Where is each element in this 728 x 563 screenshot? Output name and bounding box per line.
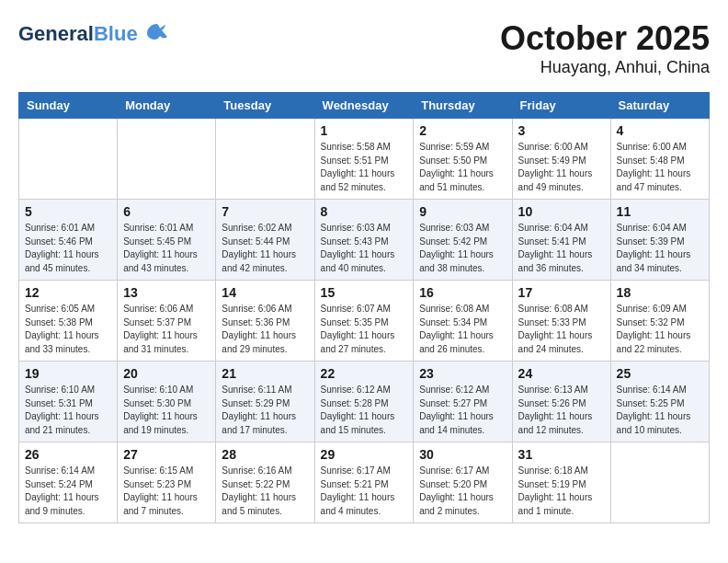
day-number: 25 [617, 366, 703, 381]
calendar-cell: 12Sunrise: 6:05 AM Sunset: 5:38 PM Dayli… [19, 281, 118, 362]
day-number: 21 [222, 366, 308, 381]
weekday-header-saturday: Saturday [610, 93, 709, 119]
month-title: October 2025 [500, 18, 710, 58]
logo: GeneralBlue [18, 18, 169, 50]
weekday-header-tuesday: Tuesday [216, 93, 314, 119]
title-block: October 2025 Huayang, Anhui, China [500, 18, 710, 77]
day-info: Sunrise: 6:16 AM Sunset: 5:22 PM Dayligh… [222, 465, 308, 518]
day-info: Sunrise: 6:08 AM Sunset: 5:34 PM Dayligh… [419, 303, 506, 356]
day-info: Sunrise: 6:03 AM Sunset: 5:42 PM Dayligh… [419, 222, 506, 275]
calendar-cell: 13Sunrise: 6:06 AM Sunset: 5:37 PM Dayli… [118, 281, 216, 362]
day-number: 6 [123, 204, 210, 219]
calendar-cell: 4Sunrise: 6:00 AM Sunset: 5:48 PM Daylig… [610, 119, 709, 200]
weekday-header-sunday: Sunday [19, 93, 118, 119]
calendar-cell [19, 119, 118, 200]
calendar-cell: 18Sunrise: 6:09 AM Sunset: 5:32 PM Dayli… [610, 281, 709, 362]
weekday-header-thursday: Thursday [414, 93, 512, 119]
calendar-cell: 28Sunrise: 6:16 AM Sunset: 5:22 PM Dayli… [216, 442, 314, 523]
day-number: 4 [617, 123, 703, 138]
day-info: Sunrise: 6:14 AM Sunset: 5:24 PM Dayligh… [25, 465, 111, 518]
day-info: Sunrise: 6:13 AM Sunset: 5:26 PM Dayligh… [518, 384, 605, 437]
logo-bird-icon [143, 18, 169, 50]
day-info: Sunrise: 6:07 AM Sunset: 5:35 PM Dayligh… [321, 303, 408, 356]
day-info: Sunrise: 6:09 AM Sunset: 5:32 PM Dayligh… [617, 303, 703, 356]
calendar-cell: 16Sunrise: 6:08 AM Sunset: 5:34 PM Dayli… [414, 281, 512, 362]
day-info: Sunrise: 6:01 AM Sunset: 5:45 PM Dayligh… [123, 222, 210, 275]
calendar-cell: 15Sunrise: 6:07 AM Sunset: 5:35 PM Dayli… [314, 281, 414, 362]
location-title: Huayang, Anhui, China [500, 58, 710, 77]
calendar-cell: 17Sunrise: 6:08 AM Sunset: 5:33 PM Dayli… [512, 281, 610, 362]
calendar-cell: 31Sunrise: 6:18 AM Sunset: 5:19 PM Dayli… [512, 442, 610, 523]
day-number: 22 [321, 366, 408, 381]
day-info: Sunrise: 6:11 AM Sunset: 5:29 PM Dayligh… [222, 384, 308, 437]
calendar-cell: 11Sunrise: 6:04 AM Sunset: 5:39 PM Dayli… [610, 200, 709, 281]
day-info: Sunrise: 6:06 AM Sunset: 5:36 PM Dayligh… [222, 303, 308, 356]
day-info: Sunrise: 6:04 AM Sunset: 5:39 PM Dayligh… [617, 222, 703, 275]
day-number: 3 [518, 123, 605, 138]
calendar-cell: 25Sunrise: 6:14 AM Sunset: 5:25 PM Dayli… [610, 362, 709, 442]
calendar-cell: 29Sunrise: 6:17 AM Sunset: 5:21 PM Dayli… [314, 442, 414, 523]
day-number: 19 [25, 366, 111, 381]
day-info: Sunrise: 6:08 AM Sunset: 5:33 PM Dayligh… [518, 303, 605, 356]
calendar-cell: 5Sunrise: 6:01 AM Sunset: 5:46 PM Daylig… [19, 200, 118, 281]
day-number: 31 [518, 447, 605, 462]
weekday-header-monday: Monday [118, 93, 216, 119]
calendar-table: SundayMondayTuesdayWednesdayThursdayFrid… [18, 92, 710, 523]
logo-blue: Blue [94, 22, 138, 45]
calendar-cell: 24Sunrise: 6:13 AM Sunset: 5:26 PM Dayli… [512, 362, 610, 442]
calendar-week-row: 1Sunrise: 5:58 AM Sunset: 5:51 PM Daylig… [19, 119, 710, 200]
day-info: Sunrise: 6:12 AM Sunset: 5:28 PM Dayligh… [321, 384, 408, 437]
calendar-week-row: 19Sunrise: 6:10 AM Sunset: 5:31 PM Dayli… [19, 362, 710, 442]
day-number: 2 [419, 123, 506, 138]
calendar-cell: 10Sunrise: 6:04 AM Sunset: 5:41 PM Dayli… [512, 200, 610, 281]
weekday-header-row: SundayMondayTuesdayWednesdayThursdayFrid… [19, 93, 710, 119]
calendar-cell: 22Sunrise: 6:12 AM Sunset: 5:28 PM Dayli… [314, 362, 414, 442]
calendar-cell: 19Sunrise: 6:10 AM Sunset: 5:31 PM Dayli… [19, 362, 118, 442]
calendar-cell: 27Sunrise: 6:15 AM Sunset: 5:23 PM Dayli… [118, 442, 216, 523]
weekday-header-wednesday: Wednesday [314, 93, 414, 119]
calendar-cell: 8Sunrise: 6:03 AM Sunset: 5:43 PM Daylig… [314, 200, 414, 281]
day-info: Sunrise: 6:00 AM Sunset: 5:48 PM Dayligh… [617, 141, 703, 194]
day-number: 24 [518, 366, 605, 381]
day-number: 13 [123, 285, 210, 300]
calendar-cell: 1Sunrise: 5:58 AM Sunset: 5:51 PM Daylig… [314, 119, 414, 200]
calendar-cell: 26Sunrise: 6:14 AM Sunset: 5:24 PM Dayli… [19, 442, 118, 523]
day-number: 20 [123, 366, 210, 381]
day-info: Sunrise: 6:18 AM Sunset: 5:19 PM Dayligh… [518, 465, 605, 518]
calendar-week-row: 12Sunrise: 6:05 AM Sunset: 5:38 PM Dayli… [19, 281, 710, 362]
day-info: Sunrise: 6:12 AM Sunset: 5:27 PM Dayligh… [419, 384, 506, 437]
day-number: 7 [222, 204, 308, 219]
calendar-cell [216, 119, 314, 200]
day-info: Sunrise: 5:58 AM Sunset: 5:51 PM Dayligh… [321, 141, 408, 194]
day-number: 30 [419, 447, 506, 462]
day-info: Sunrise: 6:10 AM Sunset: 5:30 PM Dayligh… [123, 384, 210, 437]
day-number: 5 [25, 204, 111, 219]
page-header: GeneralBlue October 2025 Huayang, Anhui,… [18, 18, 710, 77]
calendar-cell: 21Sunrise: 6:11 AM Sunset: 5:29 PM Dayli… [216, 362, 314, 442]
day-number: 26 [25, 447, 111, 462]
calendar-cell: 20Sunrise: 6:10 AM Sunset: 5:30 PM Dayli… [118, 362, 216, 442]
day-number: 15 [321, 285, 408, 300]
day-info: Sunrise: 6:17 AM Sunset: 5:21 PM Dayligh… [321, 465, 408, 518]
day-info: Sunrise: 6:03 AM Sunset: 5:43 PM Dayligh… [321, 222, 408, 275]
day-number: 27 [123, 447, 210, 462]
day-number: 29 [321, 447, 408, 462]
day-number: 17 [518, 285, 605, 300]
day-number: 10 [518, 204, 605, 219]
calendar-week-row: 5Sunrise: 6:01 AM Sunset: 5:46 PM Daylig… [19, 200, 710, 281]
day-info: Sunrise: 6:04 AM Sunset: 5:41 PM Dayligh… [518, 222, 605, 275]
day-info: Sunrise: 6:05 AM Sunset: 5:38 PM Dayligh… [25, 303, 111, 356]
day-number: 12 [25, 285, 111, 300]
weekday-header-friday: Friday [512, 93, 610, 119]
calendar-cell [610, 442, 709, 523]
day-number: 23 [419, 366, 506, 381]
calendar-cell [118, 119, 216, 200]
day-number: 16 [419, 285, 506, 300]
day-info: Sunrise: 6:14 AM Sunset: 5:25 PM Dayligh… [617, 384, 703, 437]
day-info: Sunrise: 6:10 AM Sunset: 5:31 PM Dayligh… [25, 384, 111, 437]
calendar-week-row: 26Sunrise: 6:14 AM Sunset: 5:24 PM Dayli… [19, 442, 710, 523]
calendar-cell: 7Sunrise: 6:02 AM Sunset: 5:44 PM Daylig… [216, 200, 314, 281]
day-number: 11 [617, 204, 703, 219]
calendar-cell: 23Sunrise: 6:12 AM Sunset: 5:27 PM Dayli… [414, 362, 512, 442]
day-number: 8 [321, 204, 408, 219]
